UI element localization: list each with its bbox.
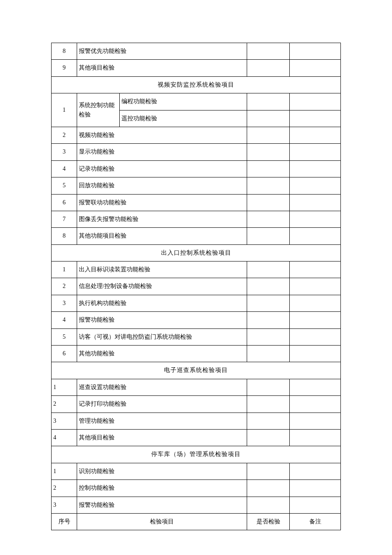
row-num: 8 <box>52 43 77 60</box>
row-name: 管理功能检验 <box>77 413 247 429</box>
col-header-check: 是否检验 <box>247 513 290 530</box>
row-name: 控制功能检验 <box>77 480 247 497</box>
row-remark <box>290 160 341 177</box>
row-name: 报警优先功能检验 <box>77 43 247 60</box>
row-remark <box>290 346 341 362</box>
row-check <box>247 43 290 60</box>
section-title: 视频安防监控系统检验项目 <box>52 76 341 93</box>
table-row: 2 记录打印功能检验 <box>52 396 341 413</box>
row-num: 5 <box>52 177 77 194</box>
table-row: 6 其他功能检验 <box>52 346 341 362</box>
row-num: 6 <box>52 194 77 211</box>
table-row: 3 管理功能检验 <box>52 413 341 429</box>
row-check <box>247 93 290 110</box>
row-check <box>247 328 290 345</box>
row-check <box>247 295 290 311</box>
col-header-remark: 备注 <box>290 513 341 530</box>
row-remark <box>290 228 341 244</box>
row-name: 回放功能检验 <box>77 177 247 194</box>
row-name: 报警联动功能检验 <box>77 194 247 211</box>
table-row: 2 信息处理/控制设备功能检验 <box>52 278 341 295</box>
row-check <box>247 60 290 76</box>
row-check <box>247 228 290 244</box>
row-check <box>247 211 290 227</box>
row-name: 报警功能检验 <box>77 312 247 328</box>
section-title: 出入口控制系统检验项目 <box>52 244 341 261</box>
table-row: 9 其他项目检验 <box>52 60 341 76</box>
row-num: 2 <box>52 396 77 413</box>
row-name: 报警功能检验 <box>77 497 247 513</box>
table-row: 1 巡查设置功能检验 <box>52 379 341 395</box>
row-check <box>247 144 290 160</box>
row-remark <box>290 177 341 194</box>
row-remark <box>290 379 341 395</box>
row-name: 其他项目检验 <box>77 60 247 76</box>
row-name: 视频功能检验 <box>77 127 247 143</box>
row-check <box>247 110 290 127</box>
row-name: 记录打印功能检验 <box>77 396 247 413</box>
row-remark <box>290 278 341 295</box>
section-title: 停车库（场）管理系统检验项目 <box>52 446 341 463</box>
row-name: 其他功能检验 <box>77 346 247 362</box>
table-row: 1 识别功能检验 <box>52 463 341 479</box>
row-num: 3 <box>52 295 77 311</box>
row-num: 9 <box>52 60 77 76</box>
section-header-access: 出入口控制系统检验项目 <box>52 244 341 261</box>
row-check <box>247 346 290 362</box>
row-name: 其他项目检验 <box>77 429 247 446</box>
row-name: 信息处理/控制设备功能检验 <box>77 278 247 295</box>
row-check <box>247 379 290 395</box>
row-check <box>247 497 290 513</box>
row-num: 1 <box>52 463 77 479</box>
section-header-video: 视频安防监控系统检验项目 <box>52 76 341 93</box>
section-header-patrol: 电子巡查系统检验项目 <box>52 362 341 379</box>
row-remark <box>290 328 341 345</box>
table-row: 3 显示功能检验 <box>52 144 341 160</box>
row-num: 1 <box>52 379 77 395</box>
col-header-item: 检验项目 <box>77 513 247 530</box>
row-remark <box>290 413 341 429</box>
row-check <box>247 127 290 143</box>
row-name: 巡查设置功能检验 <box>77 379 247 395</box>
row-remark <box>290 429 341 446</box>
row-group: 系统控制功能检验 <box>77 93 120 127</box>
table-row: 1 系统控制功能检验 编程功能检验 <box>52 93 341 110</box>
table-row: 3 报警功能检验 <box>52 497 341 513</box>
table-row: 5 回放功能检验 <box>52 177 341 194</box>
row-name: 识别功能检验 <box>77 463 247 479</box>
row-remark <box>290 312 341 328</box>
row-name: 其他功能项目检验 <box>77 228 247 244</box>
inspection-table: 8 报警优先功能检验 9 其他项目检验 视频安防监控系统检验项目 1 系统控制功… <box>51 43 341 530</box>
row-remark <box>290 194 341 211</box>
table-row: 2 控制功能检验 <box>52 480 341 497</box>
table-row: 6 报警联动功能检验 <box>52 194 341 211</box>
row-remark <box>290 463 341 479</box>
row-remark <box>290 295 341 311</box>
table-row: 5 访客（可视）对讲电控防盗门系统功能检验 <box>52 328 341 345</box>
row-check <box>247 160 290 177</box>
row-num: 2 <box>52 278 77 295</box>
row-name: 执行机构功能检验 <box>77 295 247 311</box>
table-row: 3 执行机构功能检验 <box>52 295 341 311</box>
row-num: 4 <box>52 429 77 446</box>
row-check <box>247 429 290 446</box>
row-num: 4 <box>52 312 77 328</box>
row-check <box>247 396 290 413</box>
row-remark <box>290 43 341 60</box>
row-num: 5 <box>52 328 77 345</box>
row-num: 1 <box>52 262 77 278</box>
row-num: 3 <box>52 144 77 160</box>
footer-header-row: 序号 检验项目 是否检验 备注 <box>52 513 341 530</box>
table-row: 4 记录功能检验 <box>52 160 341 177</box>
table-row: 4 其他项目检验 <box>52 429 341 446</box>
table-row: 8 其他功能项目检验 <box>52 228 341 244</box>
row-num: 6 <box>52 346 77 362</box>
row-num: 3 <box>52 497 77 513</box>
row-num: 8 <box>52 228 77 244</box>
row-check <box>247 177 290 194</box>
row-num: 2 <box>52 480 77 497</box>
table-row: 1 出入目标识读装置功能检验 <box>52 262 341 278</box>
row-num: 7 <box>52 211 77 227</box>
row-num: 3 <box>52 413 77 429</box>
row-check <box>247 262 290 278</box>
